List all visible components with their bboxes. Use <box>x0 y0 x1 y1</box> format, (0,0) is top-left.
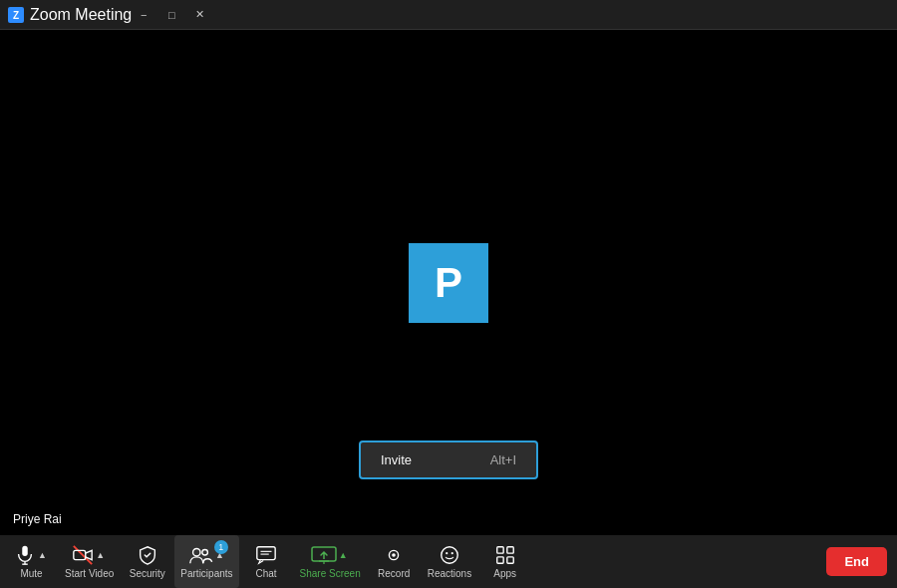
chat-button[interactable]: Chat <box>239 535 294 588</box>
video-off-icon <box>72 544 94 566</box>
reactions-icon <box>439 544 460 566</box>
reactions-label: Reactions <box>428 568 471 579</box>
mute-chevron[interactable]: ▲ <box>36 548 49 562</box>
apps-label: Apps <box>493 568 516 579</box>
share-screen-icon <box>311 544 337 566</box>
svg-rect-21 <box>496 547 502 553</box>
svg-point-18 <box>442 547 458 564</box>
maximize-button[interactable]: □ <box>159 4 183 26</box>
svg-text:Z: Z <box>13 10 19 21</box>
participant-avatar: P <box>409 243 488 323</box>
reactions-button[interactable]: Reactions <box>422 535 477 588</box>
participants-button[interactable]: 1 ▲ Participants <box>174 535 238 588</box>
svg-line-5 <box>74 546 92 564</box>
participant-name-label: Priye Rai <box>8 510 67 528</box>
record-button[interactable]: Record <box>367 535 422 588</box>
chat-label: Chat <box>255 568 276 579</box>
svg-point-7 <box>193 549 200 556</box>
apps-button[interactable]: Apps <box>477 535 532 588</box>
invite-popup[interactable]: Invite Alt+I <box>359 441 538 479</box>
share-chevron[interactable]: ▲ <box>337 548 350 562</box>
svg-rect-2 <box>22 546 28 556</box>
share-screen-label: Share Screen <box>300 568 361 579</box>
mute-label: Mute <box>20 568 42 579</box>
zoom-icon: Z <box>8 7 24 23</box>
svg-rect-22 <box>507 547 513 553</box>
svg-point-8 <box>202 549 208 555</box>
apps-icon <box>494 544 516 566</box>
microphone-icon <box>14 544 36 566</box>
mute-button[interactable]: ▲ Mute <box>4 535 59 588</box>
window-controls: − □ ✕ <box>132 4 211 26</box>
share-screen-button[interactable]: ▲ Share Screen <box>294 535 367 588</box>
invite-shortcut: Alt+I <box>490 452 516 467</box>
participants-label: Participants <box>180 568 232 579</box>
title-bar: Z Zoom Meeting − □ ✕ <box>0 0 897 30</box>
svg-point-17 <box>392 553 396 557</box>
security-label: Security <box>130 568 165 579</box>
minimize-button[interactable]: − <box>132 4 155 26</box>
close-button[interactable]: ✕ <box>187 4 211 26</box>
svg-rect-9 <box>257 547 275 560</box>
end-button[interactable]: End <box>826 547 887 576</box>
video-area: P Invite Alt+I <box>0 30 897 535</box>
start-video-label: Start Video <box>65 568 114 579</box>
svg-rect-24 <box>507 557 513 563</box>
security-button[interactable]: Security <box>120 535 174 588</box>
chat-icon <box>255 544 277 566</box>
window-title: Zoom Meeting <box>30 6 132 24</box>
invite-label: Invite <box>381 452 412 467</box>
svg-point-19 <box>446 552 448 554</box>
video-chevron[interactable]: ▲ <box>94 548 107 562</box>
start-video-button[interactable]: ▲ Start Video <box>59 535 120 588</box>
record-icon <box>383 544 405 566</box>
record-label: Record <box>378 568 410 579</box>
participants-count: 1 <box>214 540 228 554</box>
svg-rect-23 <box>496 557 502 563</box>
svg-point-20 <box>451 552 453 554</box>
participants-icon <box>187 544 213 566</box>
toolbar: ▲ Mute ▲ Start Video Security <box>0 535 897 588</box>
security-icon <box>137 544 158 566</box>
